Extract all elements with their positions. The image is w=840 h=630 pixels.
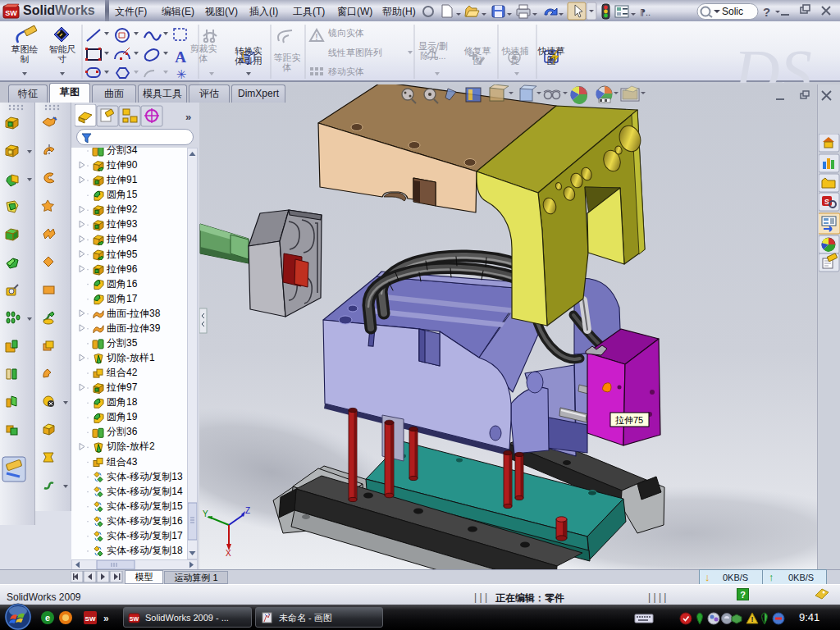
svg-text:拉伸75: 拉伸75 xyxy=(615,415,643,425)
svg-text:⁋..: ⁋.. xyxy=(640,7,651,17)
svg-text:SW: SW xyxy=(85,615,96,623)
svg-text:✳: ✳ xyxy=(176,67,187,81)
svg-text:!: ! xyxy=(751,615,754,623)
svg-text:e: e xyxy=(45,613,50,623)
svg-text:SW: SW xyxy=(130,616,139,622)
svg-text:DS: DS xyxy=(733,36,811,83)
svg-text:X: X xyxy=(226,549,231,558)
svg-text:Z: Z xyxy=(245,506,250,515)
svg-text:?: ? xyxy=(763,5,770,19)
svg-text:Solic: Solic xyxy=(722,6,743,17)
svg-text:»: » xyxy=(185,111,191,123)
svg-text:!: ! xyxy=(315,33,317,42)
svg-text:»: » xyxy=(103,613,109,624)
svg-text:SW: SW xyxy=(5,9,17,17)
svg-text:Y: Y xyxy=(203,509,208,518)
